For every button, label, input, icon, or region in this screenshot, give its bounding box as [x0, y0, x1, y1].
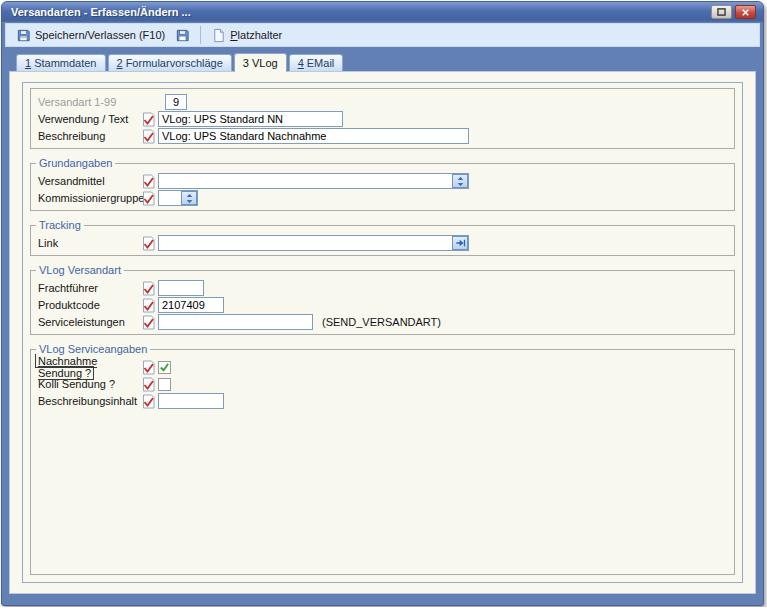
section-vlog-serviceangaben: VLog Serviceangaben Nachnahme Sendung ? … [30, 349, 735, 575]
form-row-kolli: Kolli Sendung ? [38, 376, 728, 392]
validate-check-icon[interactable] [141, 129, 156, 144]
versandart-label: Versandart 1-99 [38, 96, 141, 108]
section-tracking: Tracking Link [30, 225, 735, 256]
frachtfuehrer-field[interactable] [158, 280, 204, 296]
tab-strip: 1Stammdaten 2Formularvorschläge 3VLog 4E… [2, 47, 763, 71]
beschreibung-label: Beschreibung [38, 130, 141, 142]
toolbar: Speichern/Verlassen (F10) Platzhalter [5, 23, 760, 47]
save-icon-button[interactable] [170, 25, 195, 45]
verwendung-field[interactable] [158, 111, 343, 127]
section-kopf: Versandart 1-99 Verwendung / Text Beschr… [30, 88, 735, 149]
tab-vlog[interactable]: 3VLog [234, 53, 287, 72]
versandmittel-combo[interactable] [158, 173, 469, 189]
form-row-versandmittel: Versandmittel [38, 173, 728, 189]
section-title: VLog Versandart [36, 264, 124, 276]
save-exit-button[interactable]: Speichern/Verlassen (F10) [11, 25, 170, 45]
section-vlog-versandart: VLog Versandart Frachtführer Produktcode [30, 270, 735, 335]
kommissioniergruppe-label: Kommissioniergruppe [38, 192, 141, 204]
validate-check-icon[interactable] [141, 377, 156, 392]
link-inputgroup[interactable] [158, 235, 469, 251]
versandart-field[interactable] [165, 94, 187, 110]
versandmittel-spinner[interactable] [452, 174, 468, 188]
validate-check-icon[interactable] [141, 298, 156, 313]
form-row-serviceleistungen: Serviceleistungen (SEND_VERSANDART) [38, 314, 728, 330]
validate-check-icon[interactable] [141, 112, 156, 127]
validate-check-icon[interactable] [141, 315, 156, 330]
save-exit-label: Speichern/Verlassen (F10) [35, 29, 165, 41]
versandmittel-field[interactable] [159, 174, 452, 188]
up-down-icon [457, 176, 464, 187]
window-controls [711, 5, 756, 19]
restore-icon [717, 8, 726, 16]
placeholder-button[interactable]: Platzhalter [206, 25, 287, 45]
form-frame: Versandart 1-99 Verwendung / Text Beschr… [22, 82, 743, 583]
close-button[interactable] [735, 5, 756, 19]
validate-check-icon[interactable] [141, 281, 156, 296]
versandmittel-label: Versandmittel [38, 175, 141, 187]
validate-check-icon[interactable] [141, 174, 156, 189]
section-grundangaben: Grundangaben Versandmittel [30, 163, 735, 211]
dialog-window: Versandarten - Erfassen/Ändern ... Speic… [1, 1, 764, 606]
link-field[interactable] [159, 236, 452, 250]
placeholder-label: Platzhalter [230, 29, 282, 41]
kommissioniergruppe-combo[interactable] [158, 190, 198, 206]
serviceleistungen-suffix: (SEND_VERSANDART) [322, 316, 441, 328]
serviceleistungen-label: Serviceleistungen [38, 316, 141, 328]
beschreibungsinhalt-field[interactable] [158, 393, 224, 409]
kommissioniergruppe-field[interactable] [159, 191, 181, 205]
validate-check-icon[interactable] [141, 236, 156, 251]
serviceleistungen-field[interactable] [158, 314, 313, 330]
tab-formularvorschlaege[interactable]: 2Formularvorschläge [108, 54, 232, 71]
validate-check-icon[interactable] [141, 360, 156, 375]
close-icon [741, 8, 750, 17]
nachnahme-label: Nachnahme Sendung ? [35, 354, 97, 380]
form-row-kommissioniergruppe: Kommissioniergruppe [38, 190, 728, 206]
section-title: VLog Serviceangaben [36, 343, 150, 355]
title-bar[interactable]: Versandarten - Erfassen/Ändern ... [2, 2, 763, 22]
kolli-label: Kolli Sendung ? [38, 378, 141, 390]
link-label: Link [38, 237, 141, 249]
form-row-nachnahme: Nachnahme Sendung ? [38, 359, 728, 375]
save-icon [175, 28, 190, 43]
nachnahme-checkbox[interactable] [158, 361, 171, 374]
toolbar-separator [200, 26, 201, 44]
verwendung-label: Verwendung / Text [38, 113, 141, 125]
form-row-link: Link [38, 235, 728, 251]
beschreibung-field[interactable] [158, 128, 469, 144]
document-icon [211, 28, 226, 43]
open-link-button[interactable] [452, 236, 468, 250]
form-row-beschreibung: Beschreibung [38, 128, 728, 144]
tab-page-vlog: Versandart 1-99 Verwendung / Text Beschr… [9, 71, 756, 594]
frachtfuehrer-label: Frachtführer [38, 282, 141, 294]
window-title: Versandarten - Erfassen/Ändern ... [11, 6, 191, 18]
save-icon [16, 28, 31, 43]
form-row-verwendung: Verwendung / Text [38, 111, 728, 127]
up-down-icon [186, 193, 193, 204]
kommissioniergruppe-spinner[interactable] [181, 191, 197, 205]
form-row-produktcode: Produktcode [38, 297, 728, 313]
validate-check-icon[interactable] [141, 394, 156, 409]
beschreibungsinhalt-label: Beschreibungsinhalt [38, 395, 141, 407]
section-title: Grundangaben [36, 157, 115, 169]
produktcode-field[interactable] [158, 297, 224, 313]
validate-check-icon[interactable] [141, 191, 156, 206]
tab-email[interactable]: 4EMail [289, 54, 344, 71]
produktcode-label: Produktcode [38, 299, 141, 311]
form-row-frachtfuehrer: Frachtführer [38, 280, 728, 296]
tab-stammdaten[interactable]: 1Stammdaten [16, 54, 106, 71]
form-row-beschreibungsinhalt: Beschreibungsinhalt [38, 393, 728, 409]
restore-button[interactable] [711, 5, 732, 19]
kolli-checkbox[interactable] [158, 378, 171, 391]
arrow-right-icon [455, 238, 466, 248]
section-title: Tracking [36, 219, 84, 231]
form-row-versandart: Versandart 1-99 [38, 94, 728, 110]
checkmark-icon [159, 362, 170, 373]
